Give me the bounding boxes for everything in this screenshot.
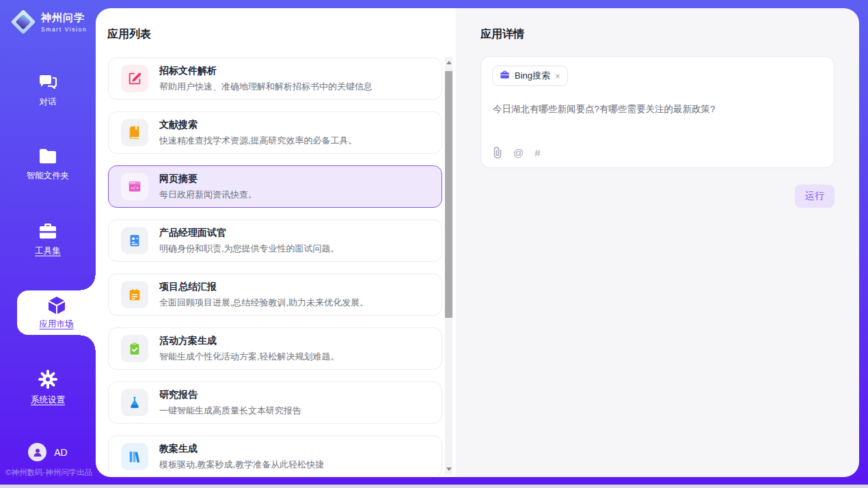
app-desc: 明确身份和职责,为您提供专业性的面试问题。 [159,243,340,255]
sidebar-item-smart-folder[interactable]: 智能文件夹 [0,148,96,182]
resume-icon [121,227,148,254]
app-list: 招标文件解析 帮助用户快速、准确地理解和解析招标书中的关键信息 文献搜索 [108,57,442,476]
app-desc: 帮助用户快速、准确地理解和解析招标书中的关键信息 [159,81,372,93]
sidebar-item-label: 系统设置 [0,394,96,406]
app-desc: 模板驱动,教案秒成,教学准备从此轻松快捷 [159,459,324,471]
cube-icon [17,295,96,316]
active-tab-curve-top [81,275,96,290]
app-desc: 全面回顾项目进展,总结经验教训,助力未来优化发展。 [159,297,368,309]
app-card-lesson-plan[interactable]: 教案生成 模板驱动,教案秒成,教学准备从此轻松快捷 [108,435,442,476]
app-card-web-summary[interactable]: </> 网页摘要 每日政府新闻资讯快查。 [108,165,442,208]
close-icon[interactable]: × [555,72,560,81]
app-title: 产品经理面试官 [159,227,340,239]
folder-icon [0,148,96,165]
app-title: 项目总结汇报 [159,281,368,293]
app-card-literature-search[interactable]: 文献搜索 快速精准查找学术资源,提高研究效率的必备工具。 [108,111,442,154]
brand-diamond-icon [11,10,36,34]
scroll-up-button[interactable] [445,57,452,68]
briefcase-icon [500,70,510,82]
app-window: 神州问学 Smart Vision 对话 智能文件夹 [0,0,868,488]
window-bottom-edge [0,485,868,488]
app-list-title: 应用列表 [107,27,151,42]
app-card-event-plan[interactable]: 活动方案生成 智能生成个性化活动方案,轻松解决规划难题。 [108,327,442,370]
app-title: 网页摘要 [159,173,257,185]
sidebar-item-chat[interactable]: 对话 [0,72,96,108]
avatar [28,443,46,461]
books-icon [121,443,148,470]
brand-tagline: Smart Vision [41,26,87,33]
note-icon [121,281,148,308]
sidebar: 神州问学 Smart Vision 对话 智能文件夹 [0,0,96,485]
flask-icon [121,389,148,416]
book-icon [121,119,148,146]
app-title: 文献搜索 [159,119,357,131]
sidebar-item-label: 智能文件夹 [0,170,96,182]
chat-icon [0,72,96,92]
app-desc: 快速精准查找学术资源,提高研究效率的必备工具。 [159,135,357,147]
app-list-panel: 应用列表 招标文件解析 帮助用户快速、准确地理解和解析招标书中的关键信息 [96,8,456,477]
sidebar-item-label: 工具集 [0,245,96,257]
prompt-input[interactable]: 今日湖北有哪些新闻要点?有哪些需要关注的最新政策? [493,103,823,116]
app-title: 教案生成 [159,443,324,455]
user-initials: AD [54,447,67,458]
app-desc: 一键智能生成高质量长文本研究报告 [159,405,301,417]
prompt-toolbar: @ # [493,147,541,159]
tool-chip-bing-search[interactable]: Bing搜索 × [492,66,568,86]
app-title: 研究报告 [159,389,301,401]
scrollbar-thumb[interactable] [445,71,452,318]
run-button[interactable]: 运行 [795,185,835,208]
app-list-scrollbar[interactable] [445,57,452,474]
attachment-icon[interactable] [493,147,502,159]
sidebar-item-app-market[interactable]: 应用市场 [17,290,96,335]
content-area: 应用列表 招标文件解析 帮助用户快速、准确地理解和解析招标书中的关键信息 [96,8,859,477]
app-detail-panel: 应用详情 Bing搜索 × 今日湖北有哪些新闻要点?有哪些需要关注的最新政策? [456,8,859,477]
prompt-card: Bing搜索 × 今日湖北有哪些新闻要点?有哪些需要关注的最新政策? @ # [480,56,835,168]
hash-icon[interactable]: # [534,147,540,159]
app-desc: 每日政府新闻资讯快查。 [159,189,257,201]
brand-name: 神州问学 [41,12,87,25]
app-card-research-report[interactable]: 研究报告 一键智能生成高质量长文本研究报告 [108,381,442,424]
app-card-pm-interviewer[interactable]: 产品经理面试官 明确身份和职责,为您提供专业性的面试问题。 [108,219,442,262]
gear-icon [0,369,96,390]
sidebar-item-label: 对话 [0,96,96,108]
app-desc: 智能生成个性化活动方案,轻松解决规划难题。 [159,351,340,363]
edit-document-icon [121,65,148,92]
active-tab-curve-bottom [81,335,96,350]
user-account[interactable]: AD [0,443,96,461]
brand-logo: 神州问学 Smart Vision [11,10,87,34]
clipboard-check-icon [121,335,148,362]
svg-text:</>: </> [131,185,139,191]
sidebar-item-label: 应用市场 [17,318,96,330]
scroll-down-button[interactable] [445,463,452,474]
toolbox-icon [0,221,96,241]
mention-icon[interactable]: @ [513,147,524,159]
app-card-bid-analysis[interactable]: 招标文件解析 帮助用户快速、准确地理解和解析招标书中的关键信息 [108,57,442,100]
app-card-project-summary[interactable]: 项目总结汇报 全面回顾项目进展,总结经验教训,助力未来优化发展。 [108,273,442,316]
app-title: 招标文件解析 [159,65,372,77]
web-code-icon: </> [121,173,148,200]
copyright-text: ©神州数码·神州问学出品 [5,467,92,478]
app-title: 活动方案生成 [159,335,340,347]
app-detail-title: 应用详情 [480,27,524,42]
sidebar-item-settings[interactable]: 系统设置 [0,369,96,406]
tool-chip-label: Bing搜索 [515,70,550,82]
person-icon [32,447,43,458]
sidebar-item-toolset[interactable]: 工具集 [0,221,96,257]
